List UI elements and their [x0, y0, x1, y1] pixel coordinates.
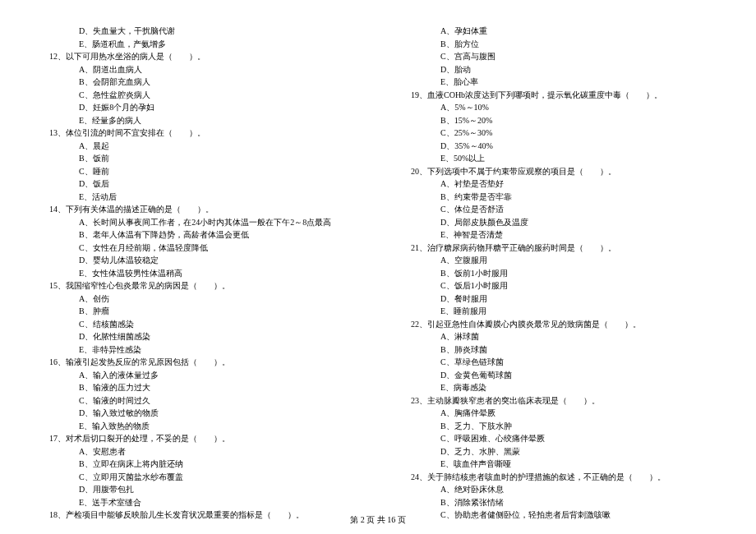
option-line: E、活动后 [33, 191, 362, 204]
page-columns: D、失血量大，干扰脑代谢E、肠道积血，产氨增多12、以下可用热水坐浴的病人是（ … [33, 25, 723, 501]
option-line: B、乏力、下肢水肿 [394, 420, 723, 433]
option-line: A、安慰患者 [33, 445, 362, 458]
option-line: B、老年人体温有下降趋势，高龄者体温会更低 [33, 228, 362, 242]
option-line: B、肺炎球菌 [394, 343, 723, 357]
option-line: D、用腹带包扎 [33, 483, 362, 496]
option-line: B、约束带是否牢靠 [394, 191, 723, 204]
option-line: A、晨起 [33, 140, 362, 153]
option-line: D、胎动 [394, 63, 723, 76]
option-line: E、女性体温较男性体温稍高 [33, 267, 362, 280]
option-line: C、草绿色链球菌 [394, 356, 723, 369]
option-line: C、输液的时间过久 [33, 394, 362, 407]
option-line: D、输入致过敏的物质 [33, 407, 362, 420]
option-line: B、饭前1小时服用 [394, 267, 723, 280]
option-line: A、孕妇体重 [394, 25, 723, 38]
question-line: 17、对术后切口裂开的处理，不妥的是（ ）。 [33, 432, 362, 445]
option-line: A、绝对卧床休息 [394, 483, 723, 496]
option-line: E、输入致热的物质 [33, 420, 362, 433]
option-line: D、失血量大，干扰脑代谢 [33, 25, 362, 38]
option-line: A、长时间从事夜间工作者，在24小时内其体温一般在下午2～8点最高 [33, 216, 362, 229]
option-line: D、化脓性细菌感染 [33, 330, 362, 343]
column-right: A、孕妇体重B、胎方位C、宫高与腹围D、胎动E、胎心率19、血液COHb浓度达到… [394, 25, 723, 501]
question-line: 13、体位引流的时间不宜安排在（ ）。 [33, 127, 362, 140]
option-line: C、体位是否舒适 [394, 203, 723, 216]
option-line: C、呼吸困难、心绞痛伴晕厥 [394, 432, 723, 445]
question-line: 20、下列选项中不属于约束带应观察的项目是（ ）。 [394, 165, 723, 178]
option-line: C、立即用灭菌盐水纱布覆盖 [33, 471, 362, 484]
option-line: A、胸痛伴晕厥 [394, 407, 723, 420]
option-line: E、神智是否清楚 [394, 228, 723, 242]
option-line: C、女性在月经前期，体温轻度降低 [33, 242, 362, 255]
question-line: 16、输液引起发热反应的常见原因包括（ ）。 [33, 356, 362, 369]
option-line: A、输入的液体量过多 [33, 369, 362, 382]
option-line: E、病毒感染 [394, 381, 723, 394]
option-line: B、饭前 [33, 152, 362, 165]
question-line: 12、以下可用热水坐浴的病人是（ ）。 [33, 50, 362, 63]
option-line: C、睡前 [33, 165, 362, 178]
option-line: C、宫高与腹围 [394, 50, 723, 63]
option-line: B、消除紧张情绪 [394, 496, 723, 509]
option-line: A、阴道出血病人 [33, 63, 362, 76]
option-line: A、衬垫是否垫好 [394, 177, 723, 191]
question-line: 14、下列有关体温的描述正确的是（ ）。 [33, 203, 362, 216]
question-line: 24、关于肺结核患者咳血时的护理措施的叙述，不正确的是（ ）。 [394, 471, 723, 484]
option-line: B、肿瘤 [33, 305, 362, 318]
option-line: D、局部皮肤颜色及温度 [394, 216, 723, 229]
option-line: C、急性盆腔炎病人 [33, 89, 362, 102]
option-line: B、15%～20% [394, 114, 723, 127]
option-line: C、结核菌感染 [33, 318, 362, 331]
option-line: D、乏力、水肿、黑蒙 [394, 445, 723, 458]
option-line: E、经量多的病人 [33, 114, 362, 127]
option-line: D、金黄色葡萄球菌 [394, 369, 723, 382]
option-line: E、送手术室缝合 [33, 496, 362, 509]
option-line: B、输液的压力过大 [33, 381, 362, 394]
question-line: 21、治疗糖尿病药物拜糖平正确的服药时间是（ ）。 [394, 242, 723, 255]
option-line: D、餐时服用 [394, 292, 723, 306]
option-line: C、25%～30% [394, 127, 723, 140]
option-line: A、5%～10% [394, 101, 723, 114]
option-line: B、胎方位 [394, 38, 723, 51]
option-line: E、咳血伴声音嘶哑 [394, 458, 723, 471]
option-line: C、饭后1小时服用 [394, 279, 723, 292]
option-line: B、会阴部充血病人 [33, 76, 362, 89]
option-line: D、妊娠8个月的孕妇 [33, 101, 362, 114]
option-line: D、婴幼儿体温较稳定 [33, 254, 362, 267]
option-line: A、创伤 [33, 292, 362, 306]
column-left: D、失血量大，干扰脑代谢E、肠道积血，产氨增多12、以下可用热水坐浴的病人是（ … [33, 25, 362, 501]
option-line: E、胎心率 [394, 76, 723, 89]
option-line: D、35%～40% [394, 140, 723, 153]
page-footer: 第 2 页 共 16 页 [0, 514, 756, 526]
option-line: E、睡前服用 [394, 305, 723, 318]
question-line: 22、引起亚急性自体瓣膜心内膜炎最常见的致病菌是（ ）。 [394, 318, 723, 331]
option-line: A、淋球菌 [394, 330, 723, 343]
option-line: A、空腹服用 [394, 254, 723, 267]
option-line: D、饭后 [33, 177, 362, 191]
option-line: E、非特异性感染 [33, 343, 362, 357]
question-line: 23、主动脉瓣狭窄患者的突出临床表现是（ ）。 [394, 394, 723, 407]
question-line: 15、我国缩窄性心包炎最常见的病因是（ ）。 [33, 279, 362, 292]
option-line: E、50%以上 [394, 152, 723, 165]
option-line: B、立即在病床上将内脏还纳 [33, 458, 362, 471]
option-line: E、肠道积血，产氨增多 [33, 38, 362, 51]
question-line: 19、血液COHb浓度达到下列哪项时，提示氧化碳重度中毒（ ）。 [394, 89, 723, 102]
